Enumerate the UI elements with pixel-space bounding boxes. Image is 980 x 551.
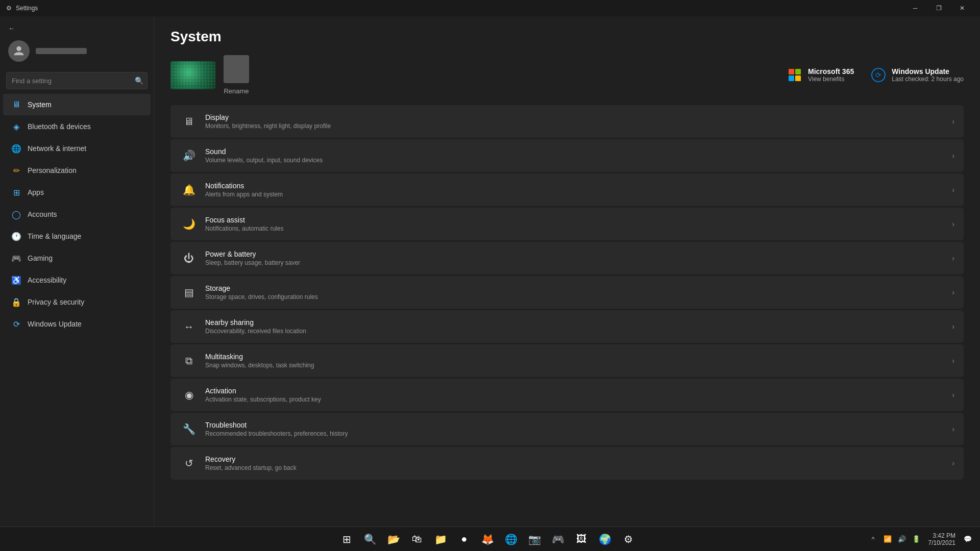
power-battery-text: Power & batterySleep, battery usage, bat… [205,250,952,266]
settings-item-power-battery[interactable]: ⏻Power & batterySleep, battery usage, ba… [170,242,964,274]
activation-chevron-icon: › [952,391,954,399]
sidebar-profile[interactable] [0,34,154,70]
taskbar-tray: ^ 📶 🔊 🔋 [867,533,922,545]
settings-item-multitasking[interactable]: ⧉MultitaskingSnap windows, desktops, tas… [170,344,964,377]
restore-button[interactable]: ❐ [927,0,950,16]
privacy-icon: 🔒 [11,297,21,307]
taskbar-app-search[interactable]: 🔍 [360,529,380,549]
sidebar-item-accessibility[interactable]: ♿ Accessibility [3,269,151,291]
sidebar-item-label-personalization: Personalization [28,166,77,174]
ms365-banner-link[interactable]: Microsoft 365 View benefits [787,67,854,83]
close-button[interactable]: ✕ [950,0,974,16]
settings-item-storage[interactable]: ▤StorageStorage space, drives, configura… [170,276,964,309]
back-button[interactable]: ← [0,20,154,34]
nearby-sharing-icon: ↔ [180,317,198,336]
sidebar-item-label-gaming: Gaming [28,254,53,262]
settings-item-display[interactable]: 🖥DisplayMonitors, brightness, night ligh… [170,105,964,138]
focus-assist-chevron-icon: › [952,220,954,228]
sidebar-item-label-bluetooth: Bluetooth & devices [28,122,91,131]
display-icon: 🖥 [180,112,198,131]
storage-icon: ▤ [180,283,198,302]
avatar-icon [12,44,26,58]
bluetooth-icon: ◈ [11,121,21,132]
titlebar-controls: ─ ❐ ✕ [903,0,974,16]
tray-volume-icon[interactable]: 🔊 [896,533,908,545]
sidebar-item-gaming[interactable]: 🎮 Gaming [3,247,151,269]
taskbar-app-edge[interactable]: 🌐 [501,529,521,549]
multitasking-subtitle: Snap windows, desktops, task switching [205,362,952,369]
settings-item-recovery[interactable]: ↺RecoveryReset, advanced startup, go bac… [170,447,964,480]
sidebar-item-personalization[interactable]: ✏ Personalization [3,160,151,181]
winupdate-banner-link[interactable]: ⟳ Windows Update Last checked: 2 hours a… [870,67,964,83]
recovery-icon: ↺ [180,454,198,472]
taskbar-clock[interactable]: 3:42 PM 7/10/2021 [926,532,958,546]
sidebar-item-accounts[interactable]: ◯ Accounts [3,204,151,225]
settings-item-focus-assist[interactable]: 🌙Focus assistNotifications, automatic ru… [170,208,964,240]
settings-item-activation[interactable]: ◉ActivationActivation state, subscriptio… [170,379,964,411]
notification-center-icon[interactable]: 💬 [962,533,974,545]
sidebar-item-winupdate[interactable]: ⟳ Windows Update [3,313,151,335]
minimize-button[interactable]: ─ [903,0,927,16]
network-icon: 🌐 [11,143,21,154]
winupdate-icon: ⟳ [11,319,21,329]
multitasking-icon: ⧉ [180,352,198,370]
ms365-text: Microsoft 365 View benefits [808,67,854,83]
activation-title: Activation [205,387,952,395]
taskbar-app-settings-tb[interactable]: ⚙ [618,529,639,549]
taskbar-app-store[interactable]: 🛍 [407,529,427,549]
back-icon: ← [8,24,15,32]
taskbar-app-explorer[interactable]: 📁 [430,529,451,549]
multitasking-chevron-icon: › [952,357,954,365]
tray-wifi-icon[interactable]: 📶 [881,533,894,545]
sidebar-item-apps[interactable]: ⊞ Apps [3,182,151,203]
settings-item-notifications[interactable]: 🔔NotificationsAlerts from apps and syste… [170,173,964,206]
rename-label[interactable]: Rename [224,87,249,95]
activation-subtitle: Activation state, subscriptions, product… [205,396,952,403]
taskbar-app-firefox[interactable]: 🦊 [477,529,498,549]
taskbar-date-display: 7/10/2021 [928,539,955,546]
storage-text: StorageStorage space, drives, configurat… [205,284,952,300]
sound-text: SoundVolume levels, output, input, sound… [205,147,952,164]
ms365-icon [787,67,803,83]
nearby-sharing-text: Nearby sharingDiscoverability, received … [205,318,952,335]
tray-chevron-icon[interactable]: ^ [867,533,879,545]
search-input[interactable] [6,72,148,89]
titlebar: ⚙ Settings ─ ❐ ✕ [0,0,980,16]
sound-icon: 🔊 [180,146,198,165]
taskbar-app-gallery[interactable]: 🖼 [571,529,592,549]
notifications-title: Notifications [205,182,952,190]
sidebar-item-network[interactable]: 🌐 Network & internet [3,138,151,159]
taskbar-app-browser2[interactable]: 🌍 [595,529,615,549]
app-body: ← 🔍 🖥 System ◈ Bluetooth & devices [0,16,980,527]
settings-item-troubleshoot[interactable]: 🔧TroubleshootRecommended troubleshooters… [170,413,964,445]
troubleshoot-title: Troubleshoot [205,421,952,429]
notifications-text: NotificationsAlerts from apps and system [205,182,952,198]
settings-item-sound[interactable]: 🔊SoundVolume levels, output, input, soun… [170,139,964,172]
taskbar-app-chrome[interactable]: ● [454,529,474,549]
taskbar-app-files[interactable]: 📂 [383,529,404,549]
display-title: Display [205,113,952,121]
power-battery-title: Power & battery [205,250,952,258]
focus-assist-text: Focus assistNotifications, automatic rul… [205,216,952,232]
sidebar-item-label-time: Time & language [28,232,81,240]
taskbar-app-steam[interactable]: 🎮 [548,529,568,549]
sidebar-item-bluetooth[interactable]: ◈ Bluetooth & devices [3,116,151,137]
taskbar-app-app1[interactable]: 📷 [524,529,545,549]
accounts-icon: ◯ [11,209,21,219]
ms365-title: Microsoft 365 [808,67,854,76]
device-section: Rename Microsoft 365 View benefit [170,55,964,95]
tray-battery-icon[interactable]: 🔋 [910,533,922,545]
taskbar-app-start[interactable]: ⊞ [336,529,357,549]
time-icon: 🕐 [11,231,21,241]
sidebar-item-privacy[interactable]: 🔒 Privacy & security [3,291,151,313]
sidebar-item-label-apps: Apps [28,188,44,196]
sidebar-item-time[interactable]: 🕐 Time & language [3,226,151,247]
settings-item-nearby-sharing[interactable]: ↔Nearby sharingDiscoverability, received… [170,310,964,343]
nearby-sharing-subtitle: Discoverability, received files location [205,328,952,335]
sidebar-item-system[interactable]: 🖥 System [3,94,151,115]
profile-name-bar [36,48,87,54]
search-box: 🔍 [6,72,148,89]
avatar [8,40,30,62]
sidebar-item-label-network: Network & internet [28,144,86,153]
svg-point-0 [16,46,21,51]
